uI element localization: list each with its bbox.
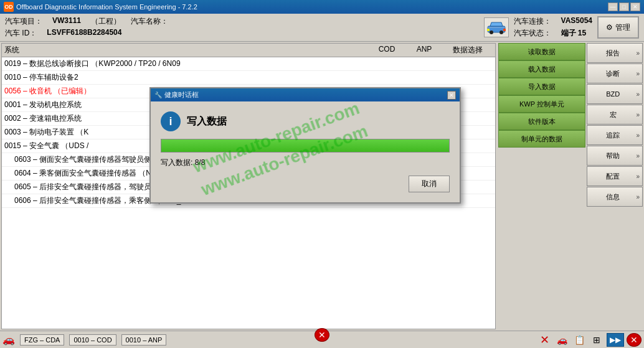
progress-dialog: 🔧 健康时话框 ✕ i 写入数据 写入数据: 8/8 取消 [149,87,461,204]
dialog-status-text: 写入数据: 8/8 [161,158,450,168]
dialog-title-bar: 🔧 健康时话框 ✕ [151,88,460,101]
dialog-overlay: 🔧 健康时话框 ✕ i 写入数据 写入数据: 8/8 取消 [0,0,644,348]
dialog-icon: 🔧 [154,92,162,98]
dialog-title: 健康时话框 [164,90,445,100]
dialog-close-btn[interactable]: ✕ [447,91,456,100]
progress-bar-container [161,139,450,153]
dialog-content: i 写入数据 写入数据: 8/8 取消 [151,101,460,202]
dialog-main-title: 写入数据 [187,115,227,128]
dialog-buttons: 取消 [161,176,450,192]
info-icon: i [161,111,181,131]
bottom-close-btn[interactable]: ✕ [315,328,329,342]
bottom-close-icon[interactable]: ✕ [315,328,329,342]
cancel-button[interactable]: 取消 [409,176,450,192]
dialog-header-row: i 写入数据 [161,111,450,131]
progress-bar-fill [161,139,449,152]
